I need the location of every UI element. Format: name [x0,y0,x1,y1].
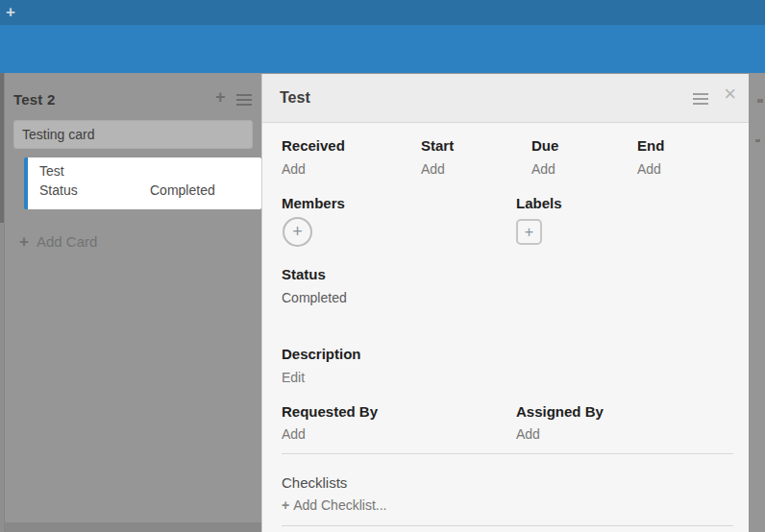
requested-by-label: Requested By [282,403,378,420]
list-title[interactable]: Test 2 [13,91,55,108]
divider [282,525,733,526]
start-label: Start [421,137,454,154]
next-list-sliver [755,139,760,142]
end-add-link[interactable]: Add [637,161,661,177]
end-label: End [637,137,664,154]
requested-by-add-link[interactable]: Add [282,426,306,442]
card-detail-header: Test × [262,74,749,123]
add-checklist-button[interactable]: +Add Checklist... [282,497,386,513]
list-add-card-icon[interactable]: + [215,88,226,106]
add-card-plus-icon: + [19,232,29,251]
start-add-link[interactable]: Add [421,161,445,177]
horizontal-scrollbar[interactable] [5,522,261,532]
add-card-label: Add Card [37,233,97,250]
description-edit-link[interactable]: Edit [282,370,305,385]
add-checklist-plus-icon: + [282,497,289,513]
card-detail-title[interactable]: Test [280,89,310,107]
status-label: Status [282,266,326,282]
app-window: + Test 2 + Test Status Completed +Add Ca… [0,0,765,532]
members-label: Members [282,195,345,211]
description-label: Description [282,346,361,362]
due-label: Due [531,137,558,154]
card-composer-input[interactable] [13,120,253,149]
card-field-value: Completed [150,182,215,198]
add-card-button[interactable]: +Add Card [19,232,97,252]
add-board-icon[interactable]: + [6,3,15,22]
list-menu-icon[interactable] [236,94,252,106]
assigned-by-add-link[interactable]: Add [516,426,540,442]
card-title: Test [39,163,64,179]
add-member-button[interactable]: + [283,217,312,247]
list-left-border [4,73,5,532]
divider [282,453,733,454]
status-value[interactable]: Completed [282,290,347,305]
board-header-bar [0,25,765,73]
next-list-sliver [757,99,763,103]
received-label: Received [282,137,345,154]
received-add-link[interactable]: Add [282,161,306,177]
close-icon[interactable]: × [724,84,736,105]
card-field-label: Status [39,182,78,198]
add-label-button[interactable]: + [516,219,542,245]
checklists-label: Checklists [282,474,347,491]
card[interactable]: Test Status Completed [24,157,261,209]
top-navbar: + [0,0,765,25]
labels-label: Labels [516,195,562,211]
add-checklist-label: Add Checklist... [293,497,386,513]
due-add-link[interactable]: Add [531,161,555,177]
assigned-by-label: Assigned By [516,403,604,420]
card-detail-panel: Test × Received Start Due End Add Add Ad… [261,74,749,532]
card-menu-icon[interactable] [693,93,708,105]
